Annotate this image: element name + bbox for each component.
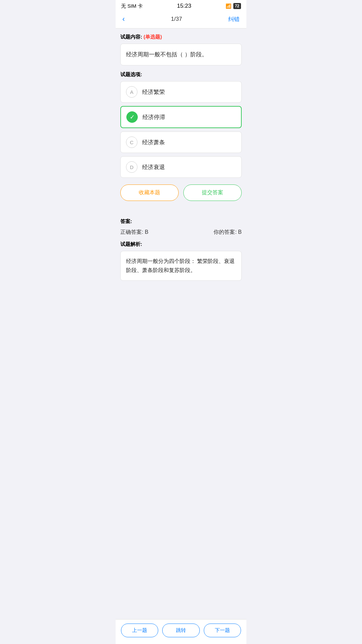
carrier-label: 无 SIM 卡 bbox=[121, 3, 143, 9]
answer-section: 答案: 正确答案: B 你的答案: B 试题解析: 经济周期一般分为四个阶段： … bbox=[116, 213, 246, 291]
bottom-nav: 上一题 跳转 下一题 bbox=[116, 619, 246, 644]
battery-indicator: 72 bbox=[233, 3, 241, 9]
analysis-text: 经济周期一般分为四个阶段： 繁荣阶段、衰退阶段、萧条阶段和复苏阶段。 bbox=[120, 251, 242, 280]
wifi-icon: 📶 bbox=[226, 3, 231, 9]
collect-button[interactable]: 收藏本题 bbox=[120, 184, 179, 201]
option-c-circle: C bbox=[126, 137, 137, 148]
submit-button[interactable]: 提交答案 bbox=[183, 184, 242, 201]
option-c-text: 经济萧条 bbox=[142, 139, 165, 146]
progress-label: 1/37 bbox=[171, 16, 182, 22]
main-content: 试题内容: (单选题) 经济周期一般不包括（ ）阶段。 试题选项: A 经济繁荣… bbox=[116, 29, 246, 318]
option-d-circle: D bbox=[126, 161, 137, 173]
jump-button[interactable]: 跳转 bbox=[162, 624, 199, 637]
question-type-badge: (单选题) bbox=[143, 34, 162, 40]
option-b-circle: ✓ bbox=[126, 111, 138, 123]
status-icons: 📶 72 bbox=[226, 3, 241, 9]
option-d[interactable]: D 经济衰退 bbox=[120, 156, 242, 178]
option-d-text: 经济衰退 bbox=[142, 163, 165, 171]
correct-answer-label: 正确答案: B bbox=[120, 229, 148, 236]
option-b-text: 经济停滞 bbox=[142, 113, 165, 121]
option-a[interactable]: A 经济繁荣 bbox=[120, 81, 242, 103]
your-answer-label: 你的答案: B bbox=[214, 229, 242, 236]
action-buttons: 收藏本题 提交答案 bbox=[120, 184, 242, 201]
answer-row: 正确答案: B 你的答案: B bbox=[120, 229, 242, 236]
prev-button[interactable]: 上一题 bbox=[121, 624, 158, 637]
nav-bar: ‹ 1/37 纠错 bbox=[116, 11, 246, 29]
question-text: 经济周期一般不包括（ ）阶段。 bbox=[120, 44, 242, 65]
status-bar: 无 SIM 卡 15:23 📶 72 bbox=[116, 0, 246, 11]
correct-button[interactable]: 纠错 bbox=[228, 15, 240, 23]
back-button[interactable]: ‹ bbox=[122, 15, 125, 23]
options-section-label: 试题选项: bbox=[120, 71, 242, 78]
answer-section-label: 答案: bbox=[120, 218, 242, 225]
option-a-text: 经济繁荣 bbox=[142, 88, 165, 96]
next-button[interactable]: 下一题 bbox=[204, 624, 241, 637]
option-b[interactable]: ✓ 经济停滞 bbox=[120, 106, 242, 128]
content-area: 试题内容: (单选题) 经济周期一般不包括（ ）阶段。 试题选项: A 经济繁荣… bbox=[116, 29, 246, 213]
option-c[interactable]: C 经济萧条 bbox=[120, 131, 242, 153]
time-label: 15:23 bbox=[177, 3, 191, 9]
question-section-label: 试题内容: (单选题) bbox=[120, 34, 242, 40]
options-list: A 经济繁荣 ✓ 经济停滞 C 经济萧条 D 经济衰退 bbox=[120, 81, 242, 178]
option-a-circle: A bbox=[126, 86, 137, 98]
answer-content: 答案: 正确答案: B 你的答案: B 试题解析: 经济周期一般分为四个阶段： … bbox=[116, 213, 246, 286]
analysis-section-label: 试题解析: bbox=[120, 241, 242, 248]
